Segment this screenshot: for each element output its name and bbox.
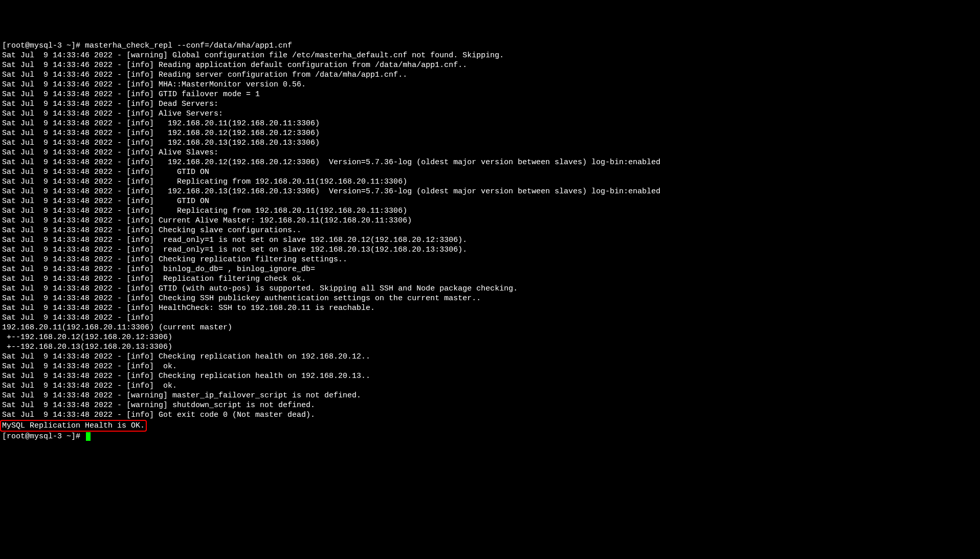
log-line: Sat Jul 9 14:33:46 2022 - [warning] Glob… <box>2 51 978 60</box>
log-line: Sat Jul 9 14:33:46 2022 - [info] MHA::Ma… <box>2 80 978 90</box>
log-line: Sat Jul 9 14:33:48 2022 - [info] read_on… <box>2 245 978 255</box>
log-line: Sat Jul 9 14:33:48 2022 - [info] ok. <box>2 362 978 371</box>
log-line: Sat Jul 9 14:33:48 2022 - [info] Replica… <box>2 177 978 187</box>
log-line: Sat Jul 9 14:33:48 2022 - [warning] mast… <box>2 391 978 400</box>
log-line: Sat Jul 9 14:33:46 2022 - [info] Reading… <box>2 60 978 70</box>
log-line: Sat Jul 9 14:33:48 2022 - [info] 192.168… <box>2 187 978 196</box>
log-line: Sat Jul 9 14:33:48 2022 - [info] 192.168… <box>2 119 978 128</box>
command-text: masterha_check_repl --conf=/data/mha/app… <box>85 41 292 50</box>
log-line: Sat Jul 9 14:33:48 2022 - [info] Current… <box>2 216 978 226</box>
prompt: [root@mysql-3 ~]# <box>2 432 85 441</box>
log-line: Sat Jul 9 14:33:48 2022 - [info] Replica… <box>2 206 978 216</box>
log-line: Sat Jul 9 14:33:48 2022 - [info] GTID ON <box>2 167 978 177</box>
log-line: Sat Jul 9 14:33:48 2022 - [info] Checkin… <box>2 371 978 381</box>
log-line: Sat Jul 9 14:33:48 2022 - [info] 192.168… <box>2 138 978 148</box>
log-line: Sat Jul 9 14:33:48 2022 - [info] 192.168… <box>2 128 978 138</box>
log-line: +--192.168.20.12(192.168.20.12:3306) <box>2 332 978 342</box>
log-line: Sat Jul 9 14:33:48 2022 - [info] binlog_… <box>2 264 978 274</box>
log-line: Sat Jul 9 14:33:48 2022 - [info] GTID ON <box>2 196 978 206</box>
log-line: Sat Jul 9 14:33:46 2022 - [info] Reading… <box>2 70 978 80</box>
log-line: Sat Jul 9 14:33:48 2022 - [info] Dead Se… <box>2 99 978 109</box>
highlighted-status: MySQL Replication Health is OK. <box>0 420 147 432</box>
log-line: Sat Jul 9 14:33:48 2022 - [info] Checkin… <box>2 352 978 362</box>
log-line: Sat Jul 9 14:33:48 2022 - [info] Alive S… <box>2 109 978 119</box>
log-line: Sat Jul 9 14:33:48 2022 - [info] HealthC… <box>2 303 978 313</box>
log-line: Sat Jul 9 14:33:48 2022 - [info] Got exi… <box>2 410 978 420</box>
log-line: Sat Jul 9 14:33:48 2022 - [info] Checkin… <box>2 255 978 264</box>
command-line-1: [root@mysql-3 ~]# masterha_check_repl --… <box>2 41 978 51</box>
log-line: Sat Jul 9 14:33:48 2022 - [info] Checkin… <box>2 294 978 303</box>
log-line: Sat Jul 9 14:33:48 2022 - [info] read_on… <box>2 235 978 245</box>
log-line: Sat Jul 9 14:33:48 2022 - [info] Checkin… <box>2 226 978 235</box>
command-line-2[interactable]: [root@mysql-3 ~]# <box>2 432 978 441</box>
log-line: Sat Jul 9 14:33:48 2022 - [warning] shut… <box>2 400 978 410</box>
cursor-icon <box>86 432 91 441</box>
log-line: Sat Jul 9 14:33:48 2022 - [info] 192.168… <box>2 158 978 167</box>
log-line: Sat Jul 9 14:33:48 2022 - [info] ok. <box>2 381 978 391</box>
log-line: +--192.168.20.13(192.168.20.13:3306) <box>2 342 978 352</box>
prompt: [root@mysql-3 ~]# <box>2 41 85 50</box>
log-line: 192.168.20.11(192.168.20.11:3306) (curre… <box>2 323 978 332</box>
log-line: Sat Jul 9 14:33:48 2022 - [info] Alive S… <box>2 148 978 158</box>
terminal-output: Sat Jul 9 14:33:46 2022 - [warning] Glob… <box>2 51 978 420</box>
log-line: Sat Jul 9 14:33:48 2022 - [info] GTID (w… <box>2 284 978 294</box>
log-line: Sat Jul 9 14:33:48 2022 - [info] GTID fa… <box>2 90 978 99</box>
log-line: Sat Jul 9 14:33:48 2022 - [info] <box>2 313 978 323</box>
log-line: Sat Jul 9 14:33:48 2022 - [info] Replica… <box>2 274 978 284</box>
